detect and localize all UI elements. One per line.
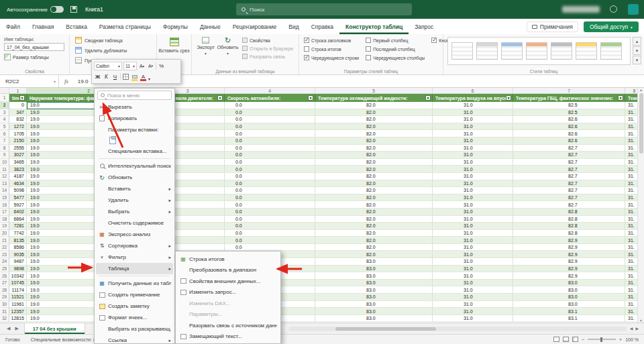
row-number[interactable]: 26 — [0, 272, 9, 280]
cell[interactable]: 83.0 — [315, 258, 433, 266]
row-number[interactable]: 15 — [0, 194, 9, 202]
autosave-control[interactable]: Автосохранение — [7, 6, 64, 13]
menu-item[interactable]: Очистить содержимое — [96, 217, 173, 229]
gallery-up-icon[interactable]: ▲ — [633, 37, 641, 46]
formula-input[interactable]: 19.0 — [74, 78, 89, 84]
cell[interactable]: 5927 — [9, 201, 27, 209]
cell[interactable]: 82.7 — [513, 194, 625, 202]
cell[interactable]: 82.0 — [315, 130, 433, 137]
menu-item[interactable]: Копировать — [96, 113, 173, 124]
grow-font-button[interactable]: A — [138, 62, 146, 70]
cell[interactable]: 82.0 — [315, 166, 433, 173]
cell[interactable]: 83.0 — [315, 266, 433, 273]
page-break-view-icon[interactable] — [572, 337, 578, 342]
cell[interactable]: 31.0 — [433, 223, 513, 230]
menu-item[interactable]: Специальная вставка... — [96, 146, 173, 157]
cell[interactable]: 82.7 — [513, 187, 625, 194]
cell[interactable]: 82.7 — [513, 166, 625, 173]
vertical-scroll-thumb[interactable] — [639, 93, 643, 154]
ribbon-tab[interactable]: Вставка — [60, 19, 93, 34]
submenu-item[interactable]: Замещающий текст... — [177, 331, 279, 343]
cell[interactable]: 3027 — [9, 152, 27, 159]
cell[interactable]: 31.0 — [433, 237, 513, 244]
cell[interactable]: 31.0 — [433, 272, 513, 280]
cell[interactable]: 0.0 — [225, 201, 315, 209]
cell[interactable]: 12357 — [9, 308, 27, 315]
cell[interactable]: 0 — [9, 102, 27, 109]
cell[interactable]: 82.8 — [513, 223, 625, 230]
search-input[interactable]: Поиск — [236, 3, 412, 15]
ribbon-tab[interactable]: Рецензирование — [227, 19, 283, 34]
page-layout-view-icon[interactable] — [563, 337, 569, 342]
cell[interactable]: 83.0 — [315, 280, 433, 287]
ribbon-tab[interactable]: Главная — [26, 19, 60, 34]
cell[interactable]: 83.0 — [315, 272, 433, 280]
menu-item[interactable]: Параметры вставки: — [96, 124, 173, 135]
style-option-checkbox[interactable]: Строка заголовков — [304, 38, 359, 43]
submenu-item[interactable]: Преобразовать в диапазон — [177, 265, 279, 276]
percent-format-button[interactable]: % — [158, 62, 165, 70]
cell[interactable]: 8135 — [9, 237, 27, 244]
row-number[interactable]: 5 — [0, 123, 9, 131]
zoom-in-icon[interactable]: + — [619, 337, 622, 342]
cell[interactable]: 0.0 — [225, 216, 315, 223]
menu-item[interactable]: Создать примечание — [96, 289, 173, 300]
cell[interactable]: 31.0 — [433, 173, 513, 180]
cell[interactable]: 0.0 — [225, 159, 315, 166]
save-icon[interactable] — [70, 6, 77, 13]
row-number[interactable]: 21 — [0, 237, 9, 244]
cell[interactable]: 83.0 — [315, 301, 433, 308]
cell[interactable]: 9487 — [9, 258, 27, 266]
menu-item[interactable]: Экспресс-анализ — [96, 229, 173, 240]
cell[interactable]: 0.0 — [225, 137, 315, 145]
normal-view-icon[interactable] — [553, 337, 559, 342]
cell[interactable]: 832 — [9, 116, 27, 123]
ribbon-tab[interactable]: Запрос — [409, 19, 439, 34]
cell[interactable]: 82.0 — [315, 123, 433, 131]
sheet-tab[interactable]: 17 04 без крышки — [24, 323, 85, 334]
row-number[interactable]: 3 — [0, 109, 9, 117]
row-number[interactable]: 20 — [0, 230, 9, 237]
ribbon-tab[interactable]: Файл — [0, 19, 26, 34]
column-number[interactable]: 7 — [513, 88, 625, 93]
cell[interactable]: 82.0 — [315, 194, 433, 202]
filter-dropdown-icon[interactable] — [425, 95, 431, 101]
cell[interactable]: 83.0 — [513, 286, 625, 294]
cell[interactable]: 31.0 — [433, 258, 513, 266]
cell[interactable]: 0.0 — [225, 166, 315, 173]
style-option-checkbox[interactable]: Последний столбец — [366, 46, 425, 52]
cell[interactable]: 82.7 — [513, 152, 625, 159]
table-style-thumbnail[interactable] — [576, 42, 597, 60]
table-style-thumbnail[interactable] — [600, 42, 622, 60]
horizontal-scroll-thumb[interactable] — [335, 327, 436, 331]
cell[interactable]: 82.9 — [513, 251, 625, 258]
sheet-next-icon[interactable]: ▶ — [15, 326, 18, 331]
cell[interactable]: 5477 — [9, 194, 27, 202]
row-number[interactable]: 16 — [0, 201, 9, 209]
shrink-font-button[interactable]: A — [147, 62, 154, 70]
cell[interactable]: 5098 — [9, 187, 27, 194]
cell[interactable]: 31.0 — [433, 137, 513, 145]
cell[interactable]: 82.0 — [315, 201, 433, 209]
ribbon-tab[interactable]: Вид — [282, 19, 305, 34]
table-style-thumbnail[interactable] — [551, 42, 572, 60]
bold-button[interactable]: Ж — [94, 72, 101, 81]
properties-button[interactable]: Свойства — [242, 38, 293, 43]
cell[interactable]: 0.0 — [225, 109, 315, 117]
scroll-down-icon[interactable]: ▼ — [639, 319, 643, 323]
style-option-checkbox[interactable]: Чередующиеся строки — [304, 55, 359, 60]
row-number[interactable]: 14 — [0, 187, 9, 194]
cell[interactable]: 31.0 — [433, 102, 513, 109]
scroll-up-icon[interactable]: ▲ — [639, 88, 643, 92]
row-number[interactable]: 10 — [0, 159, 9, 166]
paste-icon[interactable] — [109, 137, 116, 144]
pivot-table-button[interactable]: Сводная таблица — [75, 37, 154, 44]
zoom-level[interactable]: 100 % — [625, 337, 639, 342]
name-box-dropdown-icon[interactable] — [54, 79, 56, 84]
cell[interactable]: 7742 — [9, 230, 27, 237]
cell[interactable]: 9035 — [9, 251, 27, 258]
cell[interactable]: 82.6 — [513, 123, 625, 131]
cell[interactable]: 0.0 — [225, 194, 315, 202]
cell[interactable]: 82.7 — [513, 145, 625, 152]
column-number[interactable]: 6 — [433, 88, 513, 93]
